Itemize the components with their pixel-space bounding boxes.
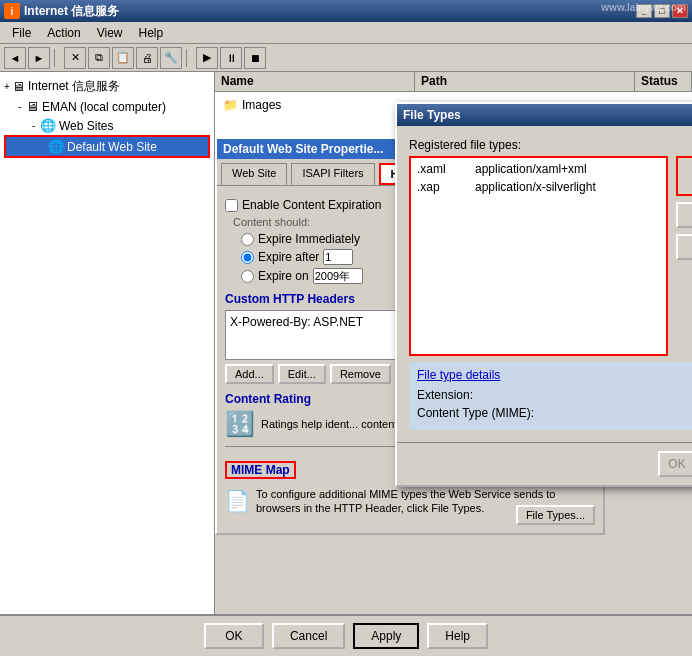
- ext-xaml: .xaml: [417, 162, 467, 176]
- menu-action[interactable]: Action: [39, 24, 88, 42]
- toolbar: ◄ ► ✕ ⧉ 📋 🖨 🔧 ▶ ⏸ ⏹: [0, 44, 692, 72]
- cancel-btn[interactable]: Cancel: [272, 623, 345, 649]
- enable-content-expiration-label: Enable Content Expiration: [242, 198, 381, 212]
- file-types-list[interactable]: .xaml application/xaml+xml .xap applicat…: [409, 156, 668, 356]
- expire-immediately-label: Expire Immediately: [258, 232, 360, 246]
- ok-btn[interactable]: OK: [204, 623, 264, 649]
- play-btn[interactable]: ▶: [196, 47, 218, 69]
- main-content: + 🖥 Internet 信息服务 - 🖥 EMAN (local comput…: [0, 72, 692, 634]
- sidebar-item-computer[interactable]: - 🖥 EMAN (local computer): [4, 97, 210, 116]
- file-types-dialog: File Types ✕ Registered file types: .xam…: [395, 102, 692, 487]
- stop-btn[interactable]: ⏹: [244, 47, 266, 69]
- expire-immediately-radio[interactable]: [241, 233, 254, 246]
- expire-after-radio[interactable]: [241, 251, 254, 264]
- menu-bar: File Action View Help: [0, 22, 692, 44]
- server-icon: 🖥: [26, 99, 39, 114]
- dialog-body: Registered file types: .xaml application…: [397, 126, 692, 442]
- file-type-xaml[interactable]: .xaml application/xaml+xml: [413, 160, 664, 178]
- registered-label: Registered file types:: [409, 138, 692, 152]
- expire-on-radio[interactable]: [241, 270, 254, 283]
- bottom-bar: OK Cancel Apply Help: [0, 614, 692, 656]
- list-header: Name Path Status: [215, 72, 692, 92]
- rating-icon: 🔢: [225, 410, 255, 438]
- sidebar-computer-label: EMAN (local computer): [42, 100, 166, 114]
- file-type-xap[interactable]: .xap application/x-silverlight: [413, 178, 664, 196]
- expire-after-input[interactable]: [323, 249, 353, 265]
- sidebar-item-default-site[interactable]: 🌐 Default Web Site: [4, 135, 210, 158]
- apply-btn[interactable]: Apply: [353, 623, 419, 649]
- list-item-name: Images: [242, 98, 281, 112]
- tab-isapi[interactable]: ISAPI Filters: [291, 163, 374, 185]
- expire-on-label: Expire on: [258, 269, 309, 283]
- mime-map-desc: To configure additional MIME types the W…: [256, 488, 555, 514]
- folder-icon: 📁: [223, 98, 238, 112]
- ext-xap: .xap: [417, 180, 467, 194]
- mime-map-content: To configure additional MIME types the W…: [256, 487, 595, 525]
- remove-btn[interactable]: Remove: [676, 202, 692, 228]
- dialog-main-area: .xaml application/xaml+xml .xap applicat…: [409, 156, 692, 356]
- toolbar-separator-1: [54, 49, 60, 67]
- computer-icon: 🖥: [12, 79, 25, 94]
- properties-btn[interactable]: 🔧: [160, 47, 182, 69]
- print-btn[interactable]: 🖨: [136, 47, 158, 69]
- mime-xaml: application/xaml+xml: [475, 162, 660, 176]
- sidebar-item-root[interactable]: + 🖥 Internet 信息服务: [4, 76, 210, 97]
- menu-file[interactable]: File: [4, 24, 39, 42]
- new-type-btn[interactable]: New Type...: [676, 156, 692, 196]
- sidebar: + 🖥 Internet 信息服务 - 🖥 EMAN (local comput…: [0, 72, 215, 634]
- copy-btn[interactable]: ⧉: [88, 47, 110, 69]
- mime-icon: 📄: [225, 489, 250, 513]
- file-type-details: File type details Extension: Content Typ…: [409, 362, 692, 430]
- col-name: Name: [215, 72, 415, 91]
- dialog-footer: OK Cancel: [397, 442, 692, 485]
- site-icon: 🌐: [48, 139, 64, 154]
- extension-label: Extension:: [417, 388, 473, 402]
- file-types-btn[interactable]: File Types...: [516, 505, 595, 525]
- delete-btn[interactable]: ✕: [64, 47, 86, 69]
- content-type-label: Content Type (MIME):: [417, 406, 534, 420]
- menu-help[interactable]: Help: [131, 24, 172, 42]
- add-header-btn[interactable]: Add...: [225, 364, 274, 384]
- help-btn[interactable]: Help: [427, 623, 488, 649]
- forward-btn[interactable]: ►: [28, 47, 50, 69]
- col-status: Status: [635, 72, 692, 91]
- edit-btn[interactable]: Edit...: [676, 234, 692, 260]
- remove-header-btn[interactable]: Remove: [330, 364, 391, 384]
- title-bar: i Internet 信息服务 www.lainywz.com _ □ ✕: [0, 0, 692, 22]
- pause-btn[interactable]: ⏸: [220, 47, 242, 69]
- sidebar-root-label: Internet 信息服务: [28, 78, 120, 95]
- mime-map-row: 📄 To configure additional MIME types the…: [225, 487, 595, 525]
- extension-row: Extension:: [417, 388, 692, 402]
- col-path: Path: [415, 72, 635, 91]
- paste-btn[interactable]: 📋: [112, 47, 134, 69]
- watermark: www.lainywz.com: [601, 2, 686, 13]
- sidebar-websites-label: Web Sites: [59, 119, 113, 133]
- app-title: Internet 信息服务: [24, 3, 636, 20]
- expire-after-label: Expire after: [258, 250, 319, 264]
- mime-xap: application/x-silverlight: [475, 180, 660, 194]
- edit-header-btn[interactable]: Edit...: [278, 364, 326, 384]
- right-panel: Name Path Status 📁 Images Default Web Si…: [215, 72, 692, 634]
- tab-website[interactable]: Web Site: [221, 163, 287, 185]
- menu-view[interactable]: View: [89, 24, 131, 42]
- content-type-row: Content Type (MIME):: [417, 406, 692, 420]
- details-link[interactable]: File type details: [417, 368, 692, 382]
- app-icon: i: [4, 3, 20, 19]
- dialog-titlebar: File Types ✕: [397, 104, 692, 126]
- mime-map-header: MIME Map: [225, 461, 296, 479]
- sidebar-item-websites[interactable]: - 🌐 Web Sites: [4, 116, 210, 135]
- expire-on-input[interactable]: [313, 268, 363, 284]
- dialog-ok-btn[interactable]: OK: [658, 451, 692, 477]
- enable-content-expiration-checkbox[interactable]: [225, 199, 238, 212]
- websites-icon: 🌐: [40, 118, 56, 133]
- sidebar-default-site-label: Default Web Site: [67, 140, 157, 154]
- toolbar-separator-2: [186, 49, 192, 67]
- dialog-buttons-right: New Type... Remove Edit...: [676, 156, 692, 356]
- dialog-title: File Types: [403, 108, 692, 122]
- back-btn[interactable]: ◄: [4, 47, 26, 69]
